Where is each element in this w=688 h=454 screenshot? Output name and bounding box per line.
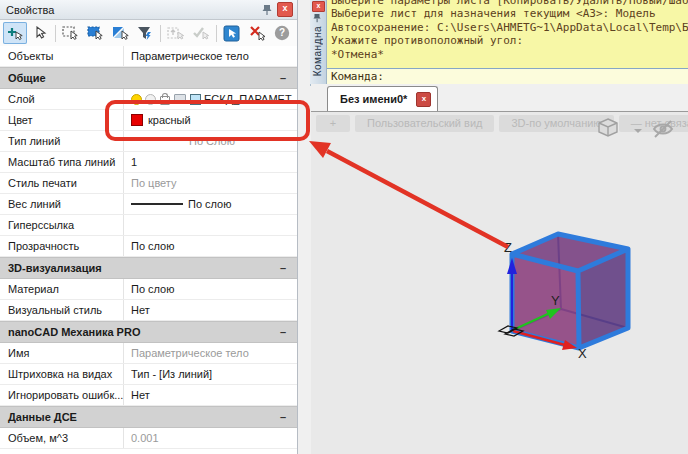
property-value-text: По слою — [131, 283, 175, 295]
property-value[interactable]: По слою — [124, 283, 297, 295]
freeze-icon[interactable] — [145, 94, 156, 105]
property-row[interactable]: Вес линийПо слою — [0, 194, 297, 215]
group-row[interactable]: 3D-визуализация– — [0, 257, 297, 279]
property-value-text: По цвету — [131, 177, 177, 189]
property-value[interactable]: Тип - [Из линий] — [124, 368, 297, 380]
pin-icon[interactable] — [260, 3, 274, 17]
selection-filter-button[interactable] — [134, 22, 158, 44]
property-value[interactable]: Параметрическое тело — [124, 347, 297, 359]
quick-select-button[interactable] — [220, 22, 244, 44]
group-row[interactable]: Общие– — [0, 67, 297, 89]
property-row[interactable]: Масштаб типа линий1 — [0, 152, 297, 173]
property-row[interactable]: Визуальный стильНет — [0, 300, 297, 321]
printer-icon[interactable] — [174, 94, 186, 104]
collapse-icon[interactable]: – — [280, 262, 286, 274]
command-history-line: Выберите параметры листа [Копировать/Уда… — [331, 0, 688, 7]
bulb-icon[interactable] — [131, 94, 142, 105]
close-icon[interactable]: x — [277, 2, 293, 17]
select-window-button[interactable] — [59, 22, 83, 44]
toolbar-separator — [216, 25, 217, 42]
properties-title-bar: Свойства x — [0, 0, 297, 20]
property-value[interactable]: 1 — [124, 156, 297, 168]
property-label: Материал — [0, 279, 124, 299]
drawing-tab[interactable]: Без имени0* x — [327, 86, 438, 111]
property-row[interactable]: Объем, м^30.001 — [0, 428, 297, 449]
property-row[interactable]: ИмяПараметрическое тело — [0, 343, 297, 364]
toolbar-separator — [160, 25, 161, 42]
property-label: Тип линий — [0, 131, 124, 151]
add-view-button[interactable]: + — [316, 115, 350, 132]
group-label: Общие — [0, 72, 280, 84]
deselect-button[interactable] — [245, 22, 269, 44]
help-button[interactable]: ? — [270, 22, 294, 44]
property-row[interactable]: МатериалПо слою — [0, 279, 297, 300]
property-row[interactable]: Штриховка на видахТип - [Из линий] — [0, 364, 297, 385]
group-row[interactable]: Данные ДСЕ– — [0, 406, 297, 428]
add-objects-button[interactable] — [3, 22, 27, 44]
command-history-line: *Отмена* — [331, 48, 688, 61]
property-value-text: красный — [148, 114, 191, 126]
property-row[interactable]: Стиль печатиПо цвету — [0, 173, 297, 194]
chevron-down-icon[interactable] — [634, 129, 642, 133]
close-icon[interactable]: x — [416, 92, 431, 107]
property-value-text: 1 — [131, 156, 137, 168]
property-value-text: Параметрическое тело — [131, 347, 249, 359]
collapse-icon[interactable]: – — [280, 72, 286, 84]
property-value-text: ЕСКД_ПАРАМЕТ... — [204, 93, 297, 105]
property-label: Масштаб типа линий — [0, 152, 124, 172]
property-value[interactable]: Параметрическое тело — [124, 50, 297, 62]
toolbar-separator — [55, 25, 56, 42]
collapse-icon[interactable]: – — [280, 326, 286, 338]
property-value[interactable]: ЕСКД_ПАРАМЕТ... — [124, 93, 297, 105]
property-label: Имя — [0, 343, 124, 363]
property-row[interactable]: ПрозрачностьПо слою — [0, 236, 297, 257]
apply-up-button — [164, 22, 188, 44]
layer-color-swatch[interactable] — [190, 94, 201, 105]
lock-icon[interactable] — [160, 96, 170, 105]
command-history-line: Автосохранение: C:\Users\AHMETG~1\AppDat… — [331, 21, 688, 34]
command-prompt: Команда: — [331, 70, 384, 83]
confirm-selection-button — [189, 22, 213, 44]
pin-icon[interactable] — [313, 13, 322, 25]
property-label: Объекты — [0, 46, 124, 66]
property-row[interactable]: Цветкрасный — [0, 110, 297, 131]
property-row[interactable]: Игнорировать ошибк...Нет — [0, 385, 297, 406]
property-value[interactable]: По слою — [124, 198, 297, 210]
invert-selection-button[interactable] — [109, 22, 133, 44]
property-value-text: По слою — [131, 240, 175, 252]
collapse-icon[interactable]: – — [280, 411, 286, 423]
property-value[interactable]: По Слою — [124, 135, 297, 147]
viewport-view-button[interactable]: Пользовательский вид — [355, 115, 494, 132]
property-row[interactable]: ОбъектыПараметрическое тело — [0, 46, 297, 67]
property-label: Цвет — [0, 110, 124, 130]
command-history[interactable]: Выберите параметры листа [Копировать/Уда… — [327, 0, 688, 68]
select-cursor-button[interactable] — [28, 22, 52, 44]
property-value-text: 0.001 — [131, 432, 159, 444]
property-value[interactable]: красный — [124, 114, 297, 126]
property-row[interactable]: Тип линийПо Слою — [0, 131, 297, 152]
color-swatch[interactable] — [131, 114, 143, 126]
property-value[interactable]: Нет — [124, 389, 297, 401]
command-history-line: Укажите противоположный угол: — [331, 34, 688, 47]
property-row[interactable]: Гиперссылка — [0, 215, 297, 236]
property-value[interactable]: 0.001 — [124, 432, 297, 444]
properties-panel: Свойства x — [0, 0, 298, 454]
group-label: Данные ДСЕ — [0, 411, 280, 423]
property-value-text: Параметрическое тело — [131, 50, 249, 62]
command-input-line[interactable]: Команда: — [327, 68, 688, 84]
close-icon[interactable]: x — [312, 1, 325, 12]
property-value[interactable]: По слою — [124, 240, 297, 252]
command-panel-tab[interactable]: x Командна — [310, 0, 327, 84]
eye-hidden-icon[interactable] — [654, 121, 672, 137]
properties-title: Свойства — [6, 4, 260, 16]
group-row[interactable]: nanoCAD Механика PRO– — [0, 321, 297, 343]
view-cube-icon[interactable] — [599, 119, 617, 136]
property-row[interactable]: СлойЕСКД_ПАРАМЕТ... — [0, 89, 297, 110]
property-value-text: Нет — [131, 389, 150, 401]
nanocad-window: Свойства x — [0, 0, 688, 454]
group-label: nanoCAD Механика PRO — [0, 326, 280, 338]
select-crossing-button[interactable] — [84, 22, 108, 44]
property-value[interactable]: По цвету — [124, 177, 297, 189]
property-value[interactable]: Нет — [124, 304, 297, 316]
svg-text:?: ? — [279, 27, 285, 38]
